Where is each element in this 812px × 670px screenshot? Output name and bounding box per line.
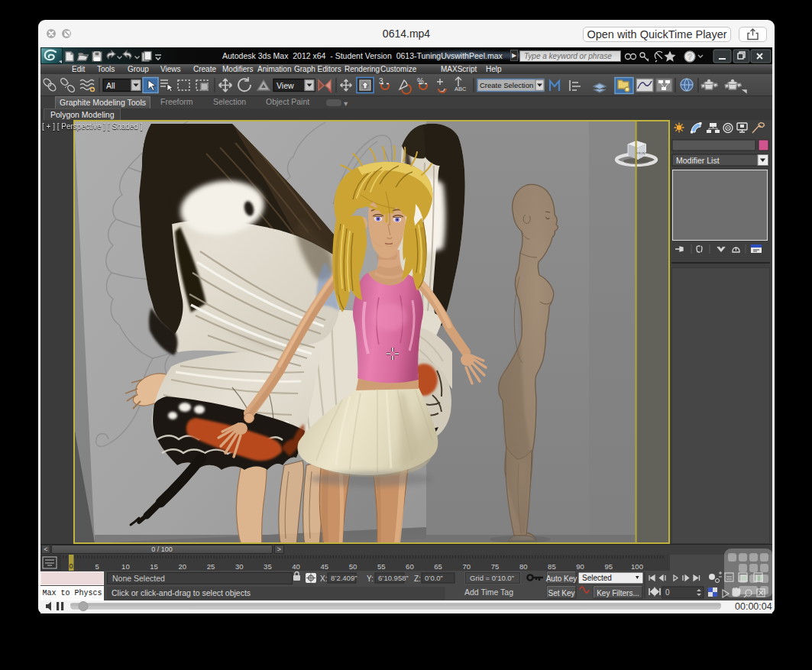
- svg-text:0: 0: [69, 562, 73, 570]
- svg-text:10: 10: [121, 562, 130, 571]
- svg-text:Y:: Y:: [367, 575, 374, 583]
- svg-text:5: 5: [95, 562, 99, 571]
- svg-text:30: 30: [235, 562, 244, 571]
- svg-text:8’2.409”: 8’2.409”: [331, 574, 357, 582]
- svg-text:35: 35: [264, 562, 272, 571]
- svg-text:View: View: [277, 81, 294, 90]
- svg-text:80: 80: [519, 562, 528, 571]
- svg-text:90: 90: [576, 562, 584, 571]
- svg-text:?: ?: [687, 53, 692, 61]
- svg-text:Create Selection S: Create Selection S: [480, 81, 540, 89]
- svg-text:50: 50: [349, 562, 357, 571]
- svg-text:15: 15: [150, 562, 158, 571]
- svg-text:X:: X:: [320, 575, 327, 583]
- svg-text:ABC: ABC: [455, 86, 467, 92]
- svg-text:Z:: Z:: [414, 575, 421, 583]
- svg-text:All: All: [106, 81, 115, 90]
- svg-text:70: 70: [463, 562, 471, 571]
- svg-text:65: 65: [434, 562, 442, 571]
- svg-text:45: 45: [321, 562, 329, 571]
- svg-text:0: 0: [665, 588, 670, 597]
- svg-text:Selected: Selected: [582, 574, 612, 582]
- svg-text:85: 85: [548, 562, 556, 571]
- svg-text:Modifier List: Modifier List: [676, 156, 720, 165]
- svg-text:60: 60: [406, 562, 414, 571]
- svg-text:95: 95: [605, 562, 613, 571]
- svg-text:%: %: [417, 77, 424, 86]
- svg-text:Key Filters...: Key Filters...: [597, 589, 639, 597]
- svg-text:25: 25: [207, 562, 215, 571]
- svg-text:Set Key: Set Key: [548, 589, 574, 597]
- svg-text:FRONT: FRONT: [636, 151, 647, 155]
- svg-text:40: 40: [292, 562, 300, 571]
- svg-text:100: 100: [631, 562, 643, 571]
- svg-text:75: 75: [491, 562, 500, 571]
- svg-text:0’0.0”: 0’0.0”: [425, 574, 443, 582]
- svg-text:Auto Key: Auto Key: [546, 575, 577, 583]
- svg-text:20: 20: [179, 562, 187, 571]
- svg-text:6’10.958”: 6’10.958”: [378, 574, 409, 582]
- svg-text:55: 55: [377, 562, 386, 571]
- svg-text:Grid = 0’10.0”: Grid = 0’10.0”: [470, 574, 514, 582]
